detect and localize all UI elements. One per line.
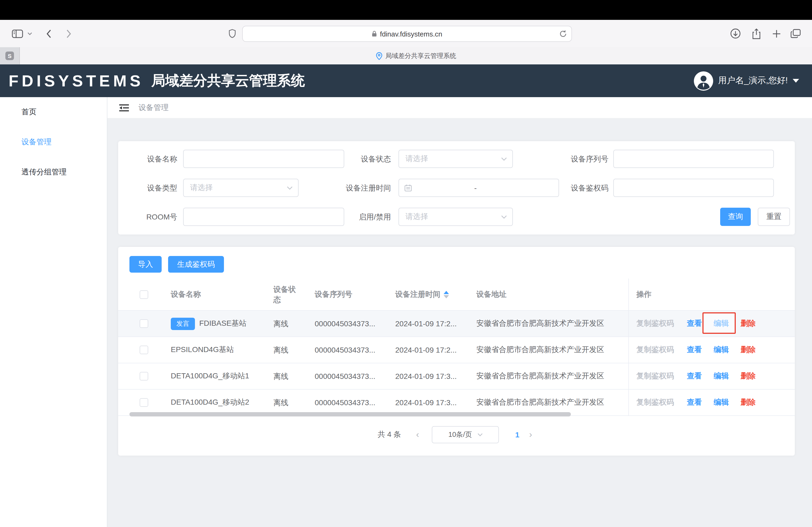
register-time-range-picker[interactable]: - (398, 179, 559, 197)
edit-link[interactable]: 编辑 (714, 345, 729, 355)
delete-link[interactable]: 删除 (741, 398, 756, 407)
prev-page-button[interactable]: ‹ (413, 429, 422, 440)
calendar-icon (404, 184, 412, 192)
user-caret-icon (793, 79, 799, 82)
device-name-input[interactable] (183, 150, 344, 168)
device-type-select[interactable]: 请选择 (183, 179, 299, 197)
chevron-down-icon (287, 186, 293, 190)
user-menu[interactable]: 用户名_演示,您好! (694, 71, 799, 90)
url-bar[interactable]: fdinav.fdisystems.cn (242, 26, 572, 42)
downloads-icon[interactable] (730, 28, 741, 39)
app-logo: FDISYSTEMS (9, 72, 144, 90)
enable-select[interactable]: 请选择 (398, 208, 513, 226)
row-checkbox[interactable] (140, 372, 148, 380)
reset-button[interactable]: 重置 (758, 208, 790, 226)
device-serial-label: 设备序列号 (556, 150, 608, 168)
device-serial: 0000045034373... (315, 319, 395, 328)
view-link[interactable]: 查看 (687, 398, 702, 407)
back-button-icon[interactable] (46, 29, 52, 38)
device-status: 离线 (273, 318, 315, 329)
device-type-label: 设备类型 (118, 179, 177, 197)
menu-bar (0, 0, 812, 20)
filter-card: 设备名称 设备状态 请选择 设备序列号 设备类型 请选 (118, 141, 795, 235)
table-header-row: 设备名称 设备状态 设备序列号 设备注册时间 设备地址 操作 (118, 278, 795, 310)
register-time-label: 设备注册时间 (338, 179, 391, 197)
table-horizontal-scrollbar[interactable] (129, 412, 571, 417)
row-checkbox[interactable] (140, 398, 148, 407)
device-serial: 0000045034373... (315, 398, 395, 407)
auth-code-input[interactable] (613, 179, 774, 197)
device-address: 安徽省合肥市合肥高新技术产业开发区 (476, 319, 628, 328)
page-number-1[interactable]: 1 (509, 431, 526, 439)
select-placeholder: 请选择 (405, 212, 501, 222)
delete-link[interactable]: 删除 (741, 319, 756, 328)
lock-icon (372, 31, 377, 37)
chevron-down-icon[interactable] (27, 32, 32, 35)
edit-link[interactable]: 编辑 (714, 371, 729, 381)
import-button[interactable]: 导入 (129, 256, 162, 273)
copy-auth-code-link[interactable]: 复制鉴权码 (636, 319, 674, 328)
forward-button-icon[interactable] (66, 29, 71, 38)
room-label: ROOM号 (118, 208, 177, 226)
pagination: 共 4 条 ‹ 10条/页 1 › (118, 426, 795, 443)
sidebar-item-label: 设备管理 (21, 137, 52, 147)
breadcrumb: 设备管理 (139, 103, 169, 112)
device-table-card: 导入 生成鉴权码 设备名称 设备状态 设备序列号 设备注册时间 设备地址 操作 (118, 247, 795, 456)
sidebar-item-passthrough-groups[interactable]: 透传分组管理 (0, 157, 107, 187)
chevron-down-icon (477, 433, 483, 436)
device-serial-input[interactable] (613, 150, 774, 168)
view-link[interactable]: 查看 (687, 371, 702, 381)
table-row: DETA100D4G_移动站2 离线 0000045034373... 2024… (118, 389, 795, 416)
sidebar-item-device-management[interactable]: 设备管理 (0, 127, 107, 157)
sort-caret-icon[interactable] (444, 291, 449, 298)
col-device-address: 设备地址 (476, 289, 628, 299)
edit-link[interactable]: 编辑 (714, 398, 729, 407)
delete-link[interactable]: 删除 (741, 345, 756, 355)
share-icon[interactable] (752, 28, 761, 39)
device-table: 设备名称 设备状态 设备序列号 设备注册时间 设备地址 操作 发言 FDIBA (118, 278, 795, 416)
sidebar: 首页 设备管理 透传分组管理 (0, 97, 107, 527)
search-button[interactable]: 查询 (720, 208, 751, 226)
device-name: FDIBASE基站 (199, 319, 246, 328)
chevron-down-icon (501, 215, 507, 219)
tab-overview-icon[interactable] (791, 29, 801, 38)
sidebar-toggle-icon[interactable] (12, 29, 23, 38)
table-row: 发言 FDIBASE基站 离线 0000045034373... 2024-01… (118, 310, 795, 336)
pinned-tab[interactable]: S (0, 47, 20, 64)
device-status: 离线 (273, 371, 315, 381)
select-all-checkbox[interactable] (140, 290, 148, 299)
generate-auth-code-button[interactable]: 生成鉴权码 (168, 256, 224, 273)
sidebar-item-home[interactable]: 首页 (0, 97, 107, 127)
row-checkbox[interactable] (140, 346, 148, 354)
highlight-annotation-box (702, 312, 736, 334)
active-tab[interactable]: 局域差分共享云管理系统 (20, 47, 812, 64)
register-time: 2024-01-09 17:3... (395, 372, 476, 380)
page-size-select[interactable]: 10条/页 (432, 426, 499, 443)
app-header: FDISYSTEMS 局域差分共享云管理系统 用户名_演示,您好! (0, 64, 812, 97)
col-register-time[interactable]: 设备注册时间 (395, 289, 476, 299)
device-name-label: 设备名称 (118, 150, 177, 168)
select-placeholder: 请选择 (190, 183, 287, 193)
device-status-select[interactable]: 请选择 (398, 150, 513, 168)
view-link[interactable]: 查看 (687, 319, 702, 328)
next-page-button[interactable]: › (526, 429, 535, 440)
new-tab-icon[interactable] (772, 29, 781, 38)
room-input[interactable] (183, 208, 344, 226)
col-device-status: 设备状态 (273, 284, 315, 304)
col-register-time-label: 设备注册时间 (395, 289, 440, 299)
privacy-shield-icon[interactable] (229, 29, 236, 38)
copy-auth-code-link[interactable]: 复制鉴权码 (636, 345, 674, 355)
col-device-name: 设备名称 (165, 289, 273, 299)
delete-link[interactable]: 删除 (741, 371, 756, 381)
register-time: 2024-01-09 17:2... (395, 319, 476, 328)
speak-tag: 发言 (171, 317, 195, 330)
copy-auth-code-link[interactable]: 复制鉴权码 (636, 398, 674, 407)
register-time: 2024-01-09 17:3... (395, 398, 476, 407)
sidebar-item-label: 首页 (21, 107, 37, 117)
device-status: 离线 (273, 397, 315, 408)
collapse-sidebar-icon[interactable] (119, 104, 129, 111)
reload-icon[interactable] (560, 30, 567, 37)
row-checkbox[interactable] (140, 319, 148, 328)
copy-auth-code-link[interactable]: 复制鉴权码 (636, 371, 674, 381)
view-link[interactable]: 查看 (687, 345, 702, 355)
